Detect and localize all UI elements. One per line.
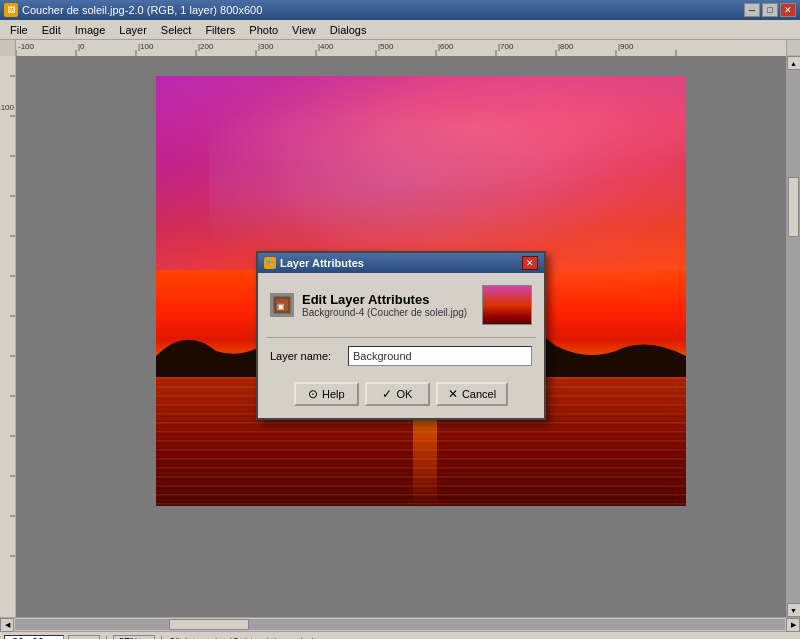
- menu-layer[interactable]: Layer: [113, 22, 153, 38]
- status-zoom-selector[interactable]: 67% ▼: [113, 635, 155, 639]
- scrollbar-up-button[interactable]: ▲: [787, 56, 801, 70]
- status-unit-selector[interactable]: px ▼: [68, 635, 100, 639]
- menu-select[interactable]: Select: [155, 22, 198, 38]
- dialog-title-icon: 🔧: [264, 257, 276, 269]
- minimize-button[interactable]: ─: [744, 3, 760, 17]
- svg-text:|300: |300: [258, 42, 274, 51]
- layer-thumbnail: [482, 285, 532, 325]
- ok-button[interactable]: ✓ OK: [365, 382, 430, 406]
- help-button[interactable]: ⊙ Help: [294, 382, 359, 406]
- menu-filters[interactable]: Filters: [199, 22, 241, 38]
- status-bar: -86, -96 px ▼ 67% ▼ Click to paint (Ctrl…: [0, 631, 800, 639]
- svg-text:|400: |400: [318, 42, 334, 51]
- ok-icon: ✓: [382, 387, 392, 401]
- dialog-close-button[interactable]: ✕: [522, 256, 538, 270]
- cancel-icon: ✕: [448, 387, 458, 401]
- dialog-header-title: Edit Layer Attributes: [302, 292, 474, 307]
- svg-text:|800: |800: [558, 42, 574, 51]
- status-divider: [106, 636, 107, 640]
- svg-text:-100: -100: [18, 42, 35, 51]
- dialog-title-text: Layer Attributes: [280, 257, 364, 269]
- scrollbar-horizontal[interactable]: ◀ ▶: [0, 617, 800, 631]
- ruler-corner: [0, 40, 16, 56]
- help-icon: ⊙: [308, 387, 318, 401]
- layer-attributes-dialog[interactable]: 🔧 Layer Attributes ✕ ▣: [256, 251, 546, 420]
- scrollbar-vertical[interactable]: ▲ ▼: [786, 56, 800, 617]
- app-icon: 🖼: [4, 3, 18, 17]
- ruler-horizontal: -100 |0 |100 |200 |300 |400 |500 |600 |7…: [16, 40, 786, 56]
- title-buttons: ─ □ ✕: [744, 3, 796, 17]
- scrollbar-vertical-track[interactable]: [787, 70, 800, 603]
- svg-text:-100: -100: [0, 103, 15, 112]
- menu-edit[interactable]: Edit: [36, 22, 67, 38]
- dialog-header-subtitle: Background-4 (Coucher de soleil.jpg): [302, 307, 474, 318]
- svg-text:|0: |0: [78, 42, 85, 51]
- layer-name-label: Layer name:: [270, 350, 340, 362]
- close-button[interactable]: ✕: [780, 3, 796, 17]
- svg-text:|200: |200: [198, 42, 214, 51]
- dialog-header: ▣ Edit Layer Attributes Background-4 (Co…: [266, 281, 536, 329]
- status-coordinates: -86, -96: [4, 635, 64, 639]
- menu-bar: File Edit Image Layer Select Filters Pho…: [0, 20, 800, 40]
- cancel-button-label: Cancel: [462, 388, 496, 400]
- dialog-separator: [266, 337, 536, 338]
- scrollbar-horizontal-thumb[interactable]: [169, 619, 249, 630]
- layer-name-input[interactable]: [348, 346, 532, 366]
- svg-text:|600: |600: [438, 42, 454, 51]
- canvas-area: 🔧 Layer Attributes ✕ ▣: [16, 56, 786, 617]
- svg-text:|900: |900: [618, 42, 634, 51]
- ok-button-label: OK: [396, 388, 412, 400]
- status-divider-2: [161, 636, 162, 640]
- maximize-button[interactable]: □: [762, 3, 778, 17]
- menu-file[interactable]: File: [4, 22, 34, 38]
- dialog-body: ▣ Edit Layer Attributes Background-4 (Co…: [258, 273, 544, 418]
- menu-photo[interactable]: Photo: [243, 22, 284, 38]
- title-bar: 🖼 Coucher de soleil.jpg-2.0 (RGB, 1 laye…: [0, 0, 800, 20]
- menu-image[interactable]: Image: [69, 22, 112, 38]
- window-title: Coucher de soleil.jpg-2.0 (RGB, 1 layer)…: [22, 4, 262, 16]
- menu-view[interactable]: View: [286, 22, 322, 38]
- svg-text:▣: ▣: [277, 302, 285, 311]
- scrollbar-right-button[interactable]: ▶: [786, 618, 800, 632]
- scrollbar-down-button[interactable]: ▼: [787, 603, 801, 617]
- layer-name-row: Layer name:: [270, 346, 532, 366]
- dialog-buttons: ⊙ Help ✓ OK ✕ Cancel: [266, 374, 536, 410]
- svg-text:|100: |100: [138, 42, 154, 51]
- dialog-header-text: Edit Layer Attributes Background-4 (Couc…: [302, 292, 474, 318]
- menu-dialogs[interactable]: Dialogs: [324, 22, 373, 38]
- scrollbar-left-button[interactable]: ◀: [0, 618, 14, 632]
- ruler-vertical: -100: [0, 56, 16, 617]
- svg-text:|500: |500: [378, 42, 394, 51]
- dialog-header-layer-icon: ▣: [270, 293, 294, 317]
- ruler-corner-right: [786, 40, 800, 55]
- svg-text:|700: |700: [498, 42, 514, 51]
- help-button-label: Help: [322, 388, 345, 400]
- cancel-button[interactable]: ✕ Cancel: [436, 382, 508, 406]
- scrollbar-vertical-thumb[interactable]: [788, 177, 799, 237]
- dialog-title-bar: 🔧 Layer Attributes ✕: [258, 253, 544, 273]
- main-area: -100: [0, 56, 800, 617]
- scrollbar-horizontal-track[interactable]: [15, 619, 785, 630]
